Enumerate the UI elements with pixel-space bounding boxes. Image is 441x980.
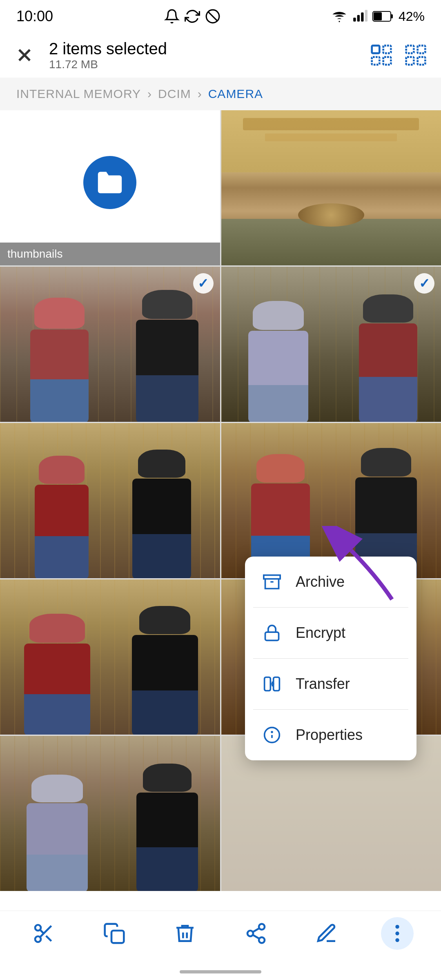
menu-item-encrypt[interactable]: Encrypt xyxy=(245,608,416,658)
info-icon xyxy=(261,724,283,746)
action-bar: 2 items selected 11.72 MB xyxy=(0,33,441,78)
svg-line-1 xyxy=(208,12,217,21)
svg-rect-14 xyxy=(372,57,380,65)
rename-button[interactable] xyxy=(310,917,343,950)
svg-point-43 xyxy=(396,938,399,942)
selection-size: 11.72 MB xyxy=(49,58,356,71)
svg-rect-23 xyxy=(265,677,271,691)
status-icons xyxy=(164,9,220,24)
photo-grid-container: thumbnails xyxy=(0,110,441,891)
svg-rect-5 xyxy=(361,13,363,22)
svg-point-38 xyxy=(259,937,265,943)
svg-rect-18 xyxy=(406,57,414,65)
photo-two-men-row3-right[interactable] xyxy=(221,423,441,578)
grid-view-button[interactable] xyxy=(368,42,394,68)
photo-two-men-row4-left[interactable] xyxy=(0,579,220,735)
svg-rect-15 xyxy=(383,57,391,65)
battery-text: 42% xyxy=(399,9,425,24)
svg-rect-6 xyxy=(365,10,368,21)
signal-icon xyxy=(352,9,368,24)
photo-grid: thumbnails xyxy=(0,110,441,891)
svg-rect-13 xyxy=(383,46,391,53)
copy-button[interactable] xyxy=(98,917,131,950)
home-indicator xyxy=(180,970,261,973)
more-button[interactable] xyxy=(381,917,414,950)
delete-button[interactable] xyxy=(169,917,201,950)
svg-rect-3 xyxy=(353,18,356,22)
svg-point-31 xyxy=(35,936,41,942)
svg-rect-19 xyxy=(418,57,425,65)
breadcrumb-sep-2: › xyxy=(198,87,202,101)
photo-man-woman-selected[interactable]: ✓ xyxy=(221,267,441,422)
status-bar: 10:00 xyxy=(0,0,441,33)
encrypt-label: Encrypt xyxy=(296,624,345,641)
cut-button[interactable] xyxy=(27,917,60,950)
svg-point-30 xyxy=(35,925,41,931)
svg-rect-17 xyxy=(418,46,425,53)
status-time: 10:00 xyxy=(16,8,53,25)
selection-info: 2 items selected 11.72 MB xyxy=(49,40,356,71)
photo-couple-bottom-left[interactable] xyxy=(0,736,220,891)
folder-icon xyxy=(83,156,136,209)
svg-rect-4 xyxy=(357,15,360,22)
breadcrumb-camera[interactable]: CAMERA xyxy=(208,87,263,101)
svg-rect-8 xyxy=(391,14,393,18)
context-menu: Archive Encrypt Transfer xyxy=(245,557,416,760)
breadcrumb: INTERNAL MEMORY › DCIM › CAMERA xyxy=(0,78,441,110)
svg-point-42 xyxy=(396,931,399,935)
menu-item-transfer[interactable]: Transfer xyxy=(245,659,416,709)
selection-check-2: ✓ xyxy=(414,273,434,294)
svg-point-41 xyxy=(396,925,399,929)
folder-item[interactable]: thumbnails xyxy=(0,110,220,265)
lock-icon xyxy=(261,622,283,644)
transfer-label: Transfer xyxy=(296,675,350,693)
view-icons xyxy=(368,42,429,68)
list-view-button[interactable] xyxy=(403,42,429,68)
close-button[interactable] xyxy=(12,43,37,67)
battery-icon xyxy=(372,11,394,22)
svg-line-39 xyxy=(253,935,259,938)
breadcrumb-dcim[interactable]: DCIM xyxy=(158,87,191,101)
menu-item-properties[interactable]: Properties xyxy=(245,710,416,760)
photo-room-interior[interactable] xyxy=(221,110,441,265)
svg-point-36 xyxy=(259,924,265,929)
svg-rect-9 xyxy=(374,12,382,20)
svg-line-34 xyxy=(40,929,44,933)
svg-rect-16 xyxy=(406,46,414,53)
block-icon xyxy=(205,9,220,24)
selection-title: 2 items selected xyxy=(49,40,356,58)
svg-line-33 xyxy=(46,935,51,941)
photo-man-woman-inner: ✓ xyxy=(221,267,441,422)
properties-label: Properties xyxy=(296,726,363,744)
svg-point-37 xyxy=(247,931,253,936)
photo-two-men-selected[interactable]: ✓ xyxy=(0,267,220,422)
sync-icon xyxy=(185,9,200,24)
photo-two-men-row3-left[interactable] xyxy=(0,423,220,578)
status-right: 42% xyxy=(332,9,425,24)
photo-two-men-inner: ✓ xyxy=(0,267,220,422)
archive-icon xyxy=(261,571,283,592)
archive-label: Archive xyxy=(296,573,345,590)
photo-room-inner xyxy=(221,110,441,265)
svg-rect-22 xyxy=(265,632,279,640)
share-button[interactable] xyxy=(240,917,272,950)
svg-rect-12 xyxy=(372,46,380,53)
bottom-toolbar xyxy=(0,911,441,956)
breadcrumb-sep-1: › xyxy=(147,87,151,101)
svg-rect-20 xyxy=(264,575,280,579)
notification-icon xyxy=(164,9,180,24)
svg-rect-35 xyxy=(111,931,124,943)
selection-check-1: ✓ xyxy=(193,273,214,294)
wifi-icon xyxy=(332,9,347,24)
svg-line-40 xyxy=(253,928,259,932)
breadcrumb-internal-memory[interactable]: INTERNAL MEMORY xyxy=(16,87,141,101)
transfer-icon xyxy=(261,673,283,695)
svg-point-2 xyxy=(339,21,340,22)
folder-label: thumbnails xyxy=(0,243,220,265)
menu-item-archive[interactable]: Archive xyxy=(245,557,416,607)
